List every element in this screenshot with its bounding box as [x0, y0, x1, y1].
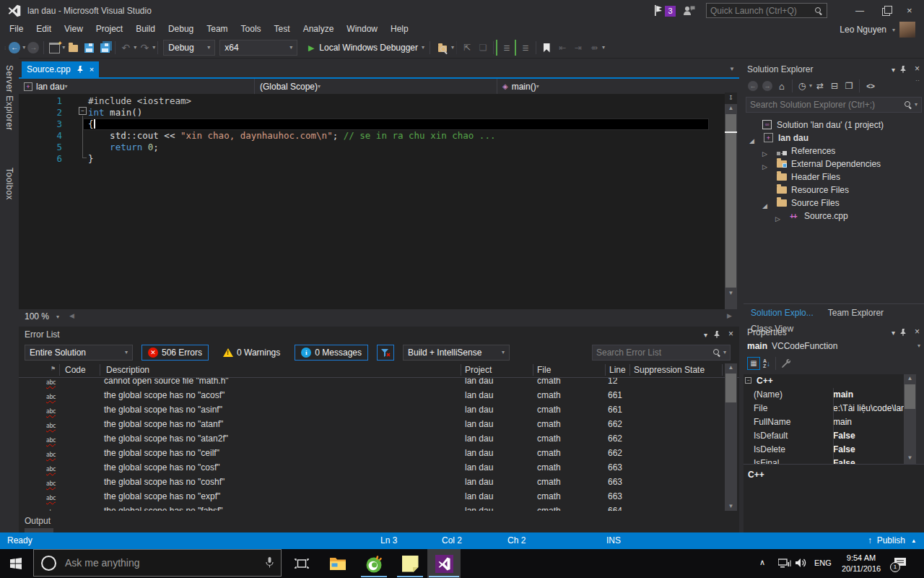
user-name[interactable]: Leo Nguyen	[840, 25, 886, 35]
previous-bookmark-icon[interactable]: ⇤	[554, 40, 570, 56]
redo-icon[interactable]: ↷	[136, 40, 152, 56]
tree-item-lan-dau[interactable]: ◢+lan dau	[744, 131, 924, 144]
pending-changes-filter-icon[interactable]: ◷	[796, 78, 808, 94]
window-menu-caret-icon[interactable]: ▾	[892, 66, 895, 74]
menu-build[interactable]: Build	[129, 22, 162, 36]
toggle-bookmark-icon[interactable]	[539, 40, 554, 56]
editor-vertical-scrollbar[interactable]: ⫱ ▲ ▼	[725, 92, 737, 309]
hscroll-left-icon[interactable]: ◀	[69, 312, 74, 319]
clear-bookmarks-icon[interactable]: ⇻	[586, 40, 602, 56]
notification-count-badge[interactable]: 3	[665, 6, 676, 17]
error-row[interactable]: abcthe global scope has no "coshf"lan da…	[19, 475, 725, 489]
code-line[interactable]: 6}	[19, 153, 725, 165]
task-view-button[interactable]	[286, 549, 318, 578]
minimize-button[interactable]: —	[855, 6, 864, 16]
properties-object-select[interactable]: main VCCodeFunction ▾	[747, 341, 920, 351]
close-pane-icon[interactable]: ×	[915, 64, 920, 74]
code-line[interactable]: 5 return 0;	[19, 142, 725, 153]
undo-icon[interactable]: ↶	[118, 40, 134, 56]
property-row-fullname[interactable]: FullNamemain	[744, 415, 904, 429]
property-section-header[interactable]: −C++	[744, 374, 904, 388]
start-button[interactable]	[0, 549, 32, 578]
severity-column-icon[interactable]: ⚑	[51, 366, 56, 372]
property-value[interactable]: main	[833, 415, 904, 429]
menu-analyze[interactable]: Analyze	[297, 22, 341, 36]
next-bookmark-icon[interactable]: ⇥	[570, 40, 586, 56]
menu-project[interactable]: Project	[90, 22, 129, 36]
close-button[interactable]: ×	[907, 5, 912, 16]
pin-icon[interactable]	[713, 331, 720, 338]
pin-icon[interactable]	[77, 66, 84, 73]
property-row-isdefault[interactable]: IsDefaultFalse	[744, 429, 904, 443]
properties-grid[interactable]: −C++(Name)mainFilee:\Tài liệu\code\lanFu…	[744, 374, 904, 464]
collapse-all-icon[interactable]: ⊟	[828, 78, 841, 94]
error-list-scrollbar[interactable]: ▲ ▼	[725, 363, 737, 511]
code-editor[interactable]: 1#include <iostream>2int main()3{4 std::…	[19, 94, 725, 309]
error-row[interactable]: abcthe global scope has no "acosf"lan da…	[19, 388, 725, 402]
error-row[interactable]: abcthe global scope has no "atan2f"lan d…	[19, 431, 725, 446]
solution-tree[interactable]: ∞Solution 'lan dau' (1 project)◢+lan dau…	[744, 117, 924, 302]
navigate-forward-icon[interactable]: →	[25, 40, 41, 56]
navigate-back-icon[interactable]: ←	[6, 40, 22, 56]
solution-search-input[interactable]: Search Solution Explorer (Ctrl+;) ▾	[746, 97, 922, 113]
clear-filter-button[interactable]	[377, 345, 394, 361]
error-table-header[interactable]: ⚑ Code Description Project File Line Sup…	[19, 363, 739, 378]
tab-server-explorer[interactable]: Server Explorer	[4, 65, 14, 131]
hscroll-right-icon[interactable]: ▶	[727, 312, 732, 319]
run-target-caret-icon[interactable]: ▾	[422, 45, 424, 51]
dock-tab-team-explorer[interactable]: Team Explorer	[821, 305, 891, 321]
increase-indent-icon[interactable]: ☰	[515, 40, 533, 56]
publish-button[interactable]: Publish	[877, 535, 905, 545]
code-line[interactable]: 1#include <iostream>	[19, 95, 725, 107]
property-row--name-[interactable]: (Name)main	[744, 388, 904, 402]
tab-source-cpp[interactable]: Source.cpp ×	[22, 61, 99, 77]
tree-item-source-files[interactable]: ◢Source Files	[744, 197, 924, 210]
toolbar-overflow-icon[interactable]: ‥	[915, 75, 920, 82]
split-editor-handle[interactable]: ⫱	[725, 92, 737, 104]
zoom-level-select[interactable]: 100 %	[25, 311, 49, 322]
view-code-icon[interactable]: <>	[863, 78, 878, 94]
scroll-up-icon[interactable]: ▲	[904, 374, 916, 383]
dock-tab-solution-explo-[interactable]: Solution Explo...	[744, 305, 821, 321]
configuration-select[interactable]: Debug▾	[163, 40, 215, 56]
nav-back-icon[interactable]: ←	[748, 81, 758, 91]
error-row[interactable]: abcthe global scope has no "fabsf"lan da…	[19, 504, 725, 511]
nav-scope-select[interactable]: (Global Scope)▾	[255, 79, 497, 94]
user-avatar[interactable]	[899, 22, 915, 38]
error-row[interactable]: abcthe global scope has no "expf"lan dau…	[19, 489, 725, 504]
property-value[interactable]: e:\Tài liệu\code\lan	[833, 402, 904, 415]
menu-tools[interactable]: Tools	[235, 22, 268, 36]
messages-filter-button[interactable]: i0 Messages	[295, 345, 368, 361]
tree-item-external-dependencies[interactable]: ▷External Dependencies	[744, 158, 924, 171]
scroll-down-icon[interactable]: ▼	[904, 454, 916, 462]
alphabetical-sort-icon[interactable]: AZ↓	[763, 357, 770, 370]
file-explorer-icon[interactable]	[322, 549, 354, 578]
scroll-up-icon[interactable]: ▲	[725, 363, 737, 372]
error-search-input[interactable]: Search Error List ▾	[592, 345, 731, 361]
nav-project-select[interactable]: + lan dau▾	[19, 79, 255, 94]
volume-icon[interactable]	[796, 558, 808, 570]
feedback-icon[interactable]	[683, 5, 695, 18]
errors-filter-button[interactable]: ✕506 Errors	[141, 345, 209, 361]
toolbar-overflow-caret-icon[interactable]: ▾	[602, 45, 605, 51]
find-in-files-icon[interactable]	[435, 40, 451, 56]
menu-file[interactable]: File	[3, 22, 30, 36]
quick-launch-input[interactable]: Quick Launch (Ctrl+Q)	[706, 3, 827, 18]
redo-caret-icon[interactable]: ▾	[152, 45, 155, 51]
new-project-icon[interactable]: ✦	[46, 40, 62, 56]
property-value[interactable]: False	[833, 457, 904, 464]
code-line[interactable]: 2int main()	[19, 107, 725, 118]
code-line[interactable]: 3{	[19, 118, 725, 130]
microphone-icon[interactable]	[266, 557, 274, 569]
tree-item-solution-lan-dau-1-project-[interactable]: ∞Solution 'lan dau' (1 project)	[744, 118, 924, 131]
home-icon[interactable]: ⌂	[775, 78, 788, 94]
property-value[interactable]: main	[833, 388, 904, 402]
cortana-search-input[interactable]: Ask me anything	[33, 549, 282, 577]
save-all-icon[interactable]	[97, 40, 113, 56]
close-pane-icon[interactable]: ×	[915, 327, 920, 337]
property-value[interactable]: False	[833, 443, 904, 457]
tab-toolbox[interactable]: Toolbox	[4, 168, 14, 200]
tab-output[interactable]: Output	[25, 516, 51, 526]
comment-out-icon[interactable]: ❏	[475, 40, 491, 56]
clock[interactable]: 9:54 AM 20/11/2016	[836, 553, 886, 574]
